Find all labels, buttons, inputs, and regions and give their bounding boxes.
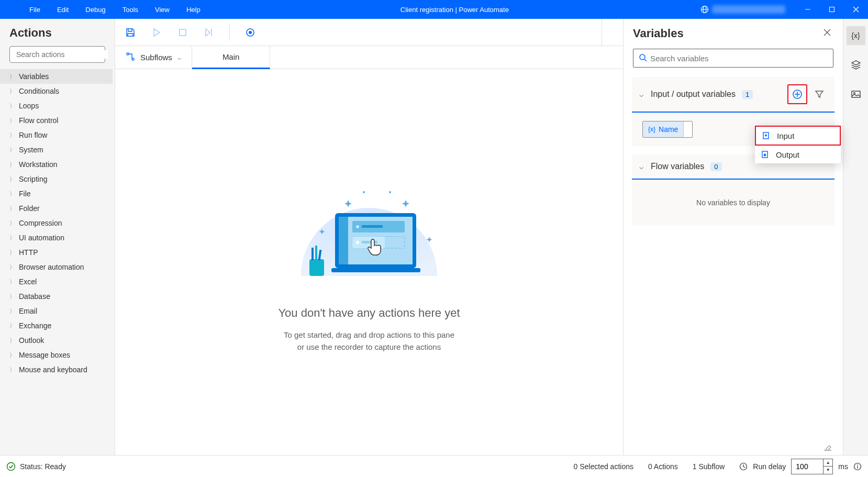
svg-rect-29	[311, 248, 314, 260]
action-label: HTTP	[19, 248, 38, 257]
action-category-compression[interactable]: 〉Compression	[0, 216, 113, 230]
chevron-right-icon: 〉	[9, 175, 19, 183]
dropdown-item-input[interactable]: Input	[755, 126, 841, 146]
run-delay-input[interactable]: ▲▼	[791, 459, 833, 474]
menu-edit[interactable]: Edit	[49, 2, 77, 18]
action-category-workstation[interactable]: 〉Workstation	[0, 157, 113, 172]
svg-rect-19	[339, 217, 348, 264]
action-category-excel[interactable]: 〉Excel	[0, 274, 113, 289]
action-category-flow-control[interactable]: 〉Flow control	[0, 113, 113, 128]
action-category-browser-automation[interactable]: 〉Browser automation	[0, 260, 113, 274]
run-delay-value[interactable]	[792, 462, 823, 471]
flow-variables-section: ⌵ Flow variables 0 No variables to displ…	[632, 154, 834, 226]
action-category-outlook[interactable]: 〉Outlook	[0, 333, 113, 348]
action-label: Mouse and keyboard	[19, 365, 87, 374]
svg-rect-4	[830, 7, 834, 12]
svg-point-48	[857, 464, 858, 465]
input-icon	[762, 131, 772, 140]
run-button[interactable]	[150, 26, 163, 39]
chevron-right-icon: 〉	[9, 366, 19, 374]
chevron-right-icon: 〉	[9, 73, 19, 81]
increment-button[interactable]: ▲	[824, 459, 832, 467]
save-button[interactable]	[124, 26, 137, 39]
rail-images-button[interactable]	[847, 85, 865, 104]
designer-pane: Subflows ⌵ Main	[115, 19, 623, 455]
action-category-loops[interactable]: 〉Loops	[0, 98, 113, 113]
status-ok-icon	[6, 462, 16, 471]
environment-indicator[interactable]	[700, 5, 785, 14]
window-maximize-button[interactable]	[820, 0, 844, 19]
variables-search-box[interactable]	[633, 49, 833, 68]
rail-variables-button[interactable]: {x}	[847, 26, 865, 45]
svg-point-25	[356, 241, 359, 244]
action-category-variables[interactable]: 〉Variables	[0, 69, 113, 84]
chevron-right-icon: 〉	[9, 293, 19, 301]
svg-point-33	[363, 191, 365, 193]
action-category-run-flow[interactable]: 〉Run flow	[0, 128, 113, 142]
action-category-http[interactable]: 〉HTTP	[0, 245, 113, 260]
window-close-button[interactable]	[844, 0, 868, 19]
action-label: Run flow	[19, 131, 47, 139]
info-icon[interactable]	[853, 462, 862, 471]
filter-variables-button[interactable]	[809, 84, 829, 104]
menu-help[interactable]: Help	[178, 2, 209, 18]
flow-section-title: Flow variables	[651, 162, 704, 171]
menu-file[interactable]: File	[21, 2, 49, 18]
variables-search-input[interactable]	[650, 54, 828, 63]
variable-chip-name[interactable]: {x} Name	[642, 121, 693, 138]
io-section-title: Input / output variables	[651, 90, 736, 99]
action-label: File	[19, 190, 31, 198]
chevron-down-icon[interactable]: ⌵	[639, 90, 643, 98]
chevron-right-icon: 〉	[9, 205, 19, 213]
rail-ui-elements-button[interactable]	[847, 56, 865, 74]
step-button[interactable]	[202, 26, 216, 39]
action-category-file[interactable]: 〉File	[0, 186, 113, 201]
variable-name-label: Name	[659, 125, 678, 134]
action-label: Variables	[19, 72, 49, 81]
action-label: Scripting	[19, 175, 47, 183]
action-category-folder[interactable]: 〉Folder	[0, 201, 113, 216]
designer-search-button[interactable]	[602, 19, 623, 46]
action-label: Conditionals	[19, 87, 59, 95]
menu-view[interactable]: View	[147, 2, 178, 18]
action-category-exchange[interactable]: 〉Exchange	[0, 318, 113, 333]
chevron-right-icon: 〉	[9, 322, 19, 330]
right-rail: {x}	[843, 19, 868, 455]
svg-rect-9	[180, 29, 186, 36]
window-minimize-button[interactable]	[796, 0, 820, 19]
svg-point-32	[389, 191, 391, 193]
decrement-button[interactable]: ▼	[824, 467, 832, 474]
variables-close-button[interactable]	[821, 26, 833, 40]
action-category-system[interactable]: 〉System	[0, 142, 113, 157]
tab-main[interactable]: Main	[192, 46, 271, 69]
stop-button[interactable]	[176, 26, 190, 39]
dropdown-item-output[interactable]: Output	[755, 146, 841, 163]
actions-search-input[interactable]	[16, 50, 108, 59]
action-category-ui-automation[interactable]: 〉UI automation	[0, 230, 113, 245]
subflows-dropdown[interactable]: Subflows ⌵	[115, 46, 192, 69]
menu-debug[interactable]: Debug	[77, 2, 114, 18]
action-category-mouse-keyboard[interactable]: 〉Mouse and keyboard	[0, 362, 113, 377]
svg-rect-28	[309, 259, 324, 276]
run-delay-unit: ms	[838, 462, 848, 471]
actions-list[interactable]: 〉Variables 〉Conditionals 〉Loops 〉Flow co…	[0, 69, 115, 455]
action-category-database[interactable]: 〉Database	[0, 289, 113, 304]
action-label: Excel	[19, 278, 37, 286]
chevron-right-icon: 〉	[9, 278, 19, 286]
window-title: Client registration | Power Automate	[209, 6, 700, 14]
io-variables-count: 1	[742, 90, 753, 99]
add-variable-button[interactable]	[787, 84, 807, 104]
actions-search-box[interactable]	[9, 46, 105, 63]
chevron-down-icon[interactable]: ⌵	[639, 162, 643, 171]
subflows-label: Subflows	[140, 53, 172, 62]
action-category-email[interactable]: 〉Email	[0, 304, 113, 318]
action-category-conditionals[interactable]: 〉Conditionals	[0, 84, 113, 98]
designer-canvas[interactable]: You don't have any actions here yet To g…	[115, 69, 623, 455]
menu-tools[interactable]: Tools	[114, 2, 147, 18]
action-category-scripting[interactable]: 〉Scripting	[0, 172, 113, 186]
action-category-message-boxes[interactable]: 〉Message boxes	[0, 348, 113, 362]
eraser-icon[interactable]	[823, 442, 832, 453]
chevron-down-icon: ⌵	[177, 54, 181, 61]
record-button[interactable]	[243, 26, 257, 39]
svg-point-15	[127, 53, 129, 55]
